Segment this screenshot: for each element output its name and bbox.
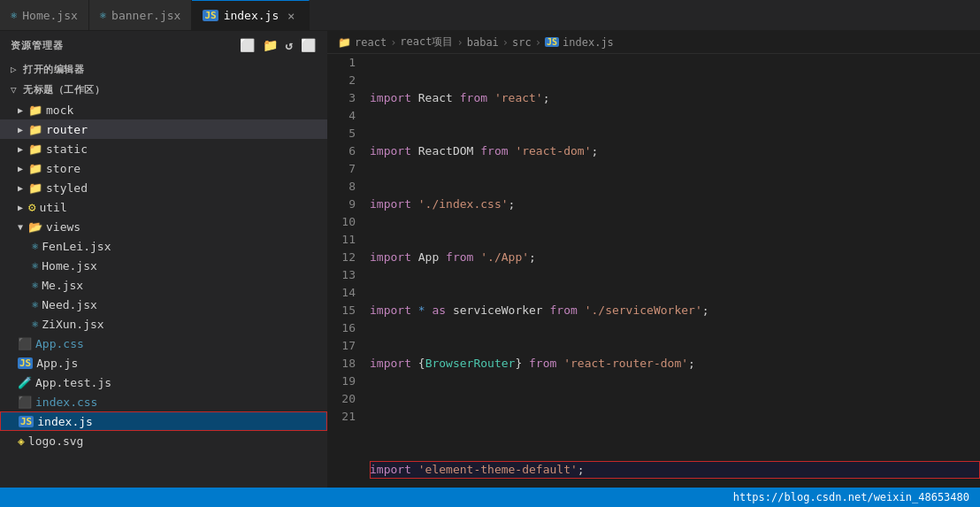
react-icon: ⚛ — [32, 240, 38, 252]
editor-content[interactable]: 12345 678910 1112131415 1617181920 21 im… — [327, 54, 980, 488]
sidebar-item-util[interactable]: ▶ ⚙ util — [0, 197, 327, 217]
code-line-4: import App from './App'; — [370, 249, 980, 266]
sidebar-title: 资源管理器 — [11, 39, 64, 52]
sidebar-item-store[interactable]: ▶ 📁 store — [0, 158, 327, 178]
folder-open-icon: 📂 — [28, 220, 42, 234]
sidebar-item-logo-svg[interactable]: ◈ logo.svg — [0, 431, 327, 450]
tab-bar: ⚛ Home.jsx ⚛ banner.jsx JS index.js × — [0, 0, 980, 31]
chevron-right-icon: ▶ — [18, 203, 23, 212]
refresh-icon[interactable]: ↺ — [286, 38, 294, 52]
chevron-right-icon: ▶ — [18, 144, 23, 154]
sidebar-item-router[interactable]: ▶ 📁 router — [0, 119, 327, 139]
folder-icon: 📁 — [28, 142, 42, 156]
sidebar-header-icons: ⬜ 📁 ↺ ⬜ — [240, 38, 317, 52]
chevron-right-icon: ▶ — [18, 105, 23, 115]
code-line-1: import React from 'react'; — [370, 89, 980, 107]
sidebar-item-app-css[interactable]: ⬛ App.css — [0, 334, 327, 353]
code-line-2: import ReactDOM from 'react-dom'; — [370, 142, 980, 160]
sidebar: 资源管理器 ⬜ 📁 ↺ ⬜ ▷ 打开的编辑器 ▽ 无标题（工作区） ▶ 📁 mo… — [0, 31, 327, 488]
breadcrumb-folder-icon: 📁 — [338, 36, 351, 49]
folder-icon: 📁 — [28, 162, 42, 175]
editor-area: 📁 react › react项目 › babai › src › JS ind… — [327, 31, 980, 488]
react-icon: ⚛ — [32, 298, 38, 311]
sidebar-item-mock[interactable]: ▶ 📁 mock — [0, 100, 327, 119]
css-icon: ⬛ — [18, 337, 32, 350]
code-line-3: import './index.css'; — [370, 196, 980, 213]
sidebar-item-home[interactable]: ⚛ Home.jsx — [0, 256, 327, 275]
svg-icon: ◈ — [18, 434, 25, 448]
tab-label: Home.jsx — [22, 9, 78, 22]
chevron-right-icon: ▶ — [18, 164, 23, 173]
breadcrumb-js-icon: JS — [545, 37, 559, 47]
folder-icon: 📁 — [28, 123, 42, 136]
css-icon: ⬛ — [18, 396, 32, 409]
sidebar-item-app-js[interactable]: JS App.js — [0, 353, 327, 373]
tab-banner-jsx[interactable]: ⚛ banner.jsx — [89, 0, 193, 30]
code-editor[interactable]: import React from 'react'; import ReactD… — [363, 54, 980, 488]
main-area: 资源管理器 ⬜ 📁 ↺ ⬜ ▷ 打开的编辑器 ▽ 无标题（工作区） ▶ 📁 mo… — [0, 31, 980, 488]
sidebar-item-index-css[interactable]: ⬛ index.css — [0, 392, 327, 411]
js-icon: JS — [19, 416, 34, 427]
gear-icon: ⚙ — [28, 200, 35, 214]
section-workspace: ▽ 无标题（工作区） — [0, 80, 327, 100]
sidebar-item-app-test[interactable]: 🧪 App.test.js — [0, 373, 327, 392]
sidebar-item-need[interactable]: ⚛ Need.jsx — [0, 295, 327, 314]
tab-label: index.js — [224, 9, 279, 22]
folder-icon: 📁 — [28, 104, 42, 117]
tab-label: banner.jsx — [111, 9, 180, 22]
new-file-icon[interactable]: ⬜ — [240, 38, 256, 52]
code-line-7 — [370, 408, 980, 426]
tab-close-button[interactable]: × — [284, 9, 298, 23]
sidebar-item-styled[interactable]: ▶ 📁 styled — [0, 178, 327, 197]
sidebar-item-index-js[interactable]: JS index.js — [0, 411, 327, 431]
sidebar-item-views[interactable]: ▼ 📂 views — [0, 217, 327, 236]
folder-icon: 📁 — [28, 181, 42, 195]
chevron-down-icon: ▼ — [18, 222, 23, 232]
tab-index-js[interactable]: JS index.js × — [192, 0, 310, 30]
react-icon: ⚛ — [32, 279, 38, 291]
sidebar-item-zixun[interactable]: ⚛ ZiXun.jsx — [0, 314, 327, 334]
sidebar-item-static[interactable]: ▶ 📁 static — [0, 139, 327, 158]
react-icon: ⚛ — [32, 259, 38, 272]
status-text: https://blog.csdn.net/weixin_48653480 — [733, 491, 969, 503]
sidebar-header: 资源管理器 ⬜ 📁 ↺ ⬜ — [0, 31, 327, 59]
status-bar: https://blog.csdn.net/weixin_48653480 — [0, 488, 980, 507]
new-folder-icon[interactable]: 📁 — [263, 38, 279, 52]
sidebar-item-me[interactable]: ⚛ Me.jsx — [0, 275, 327, 295]
react-icon: ⚛ — [32, 318, 38, 330]
breadcrumb: 📁 react › react项目 › babai › src › JS ind… — [327, 31, 980, 54]
react-icon: ⚛ — [100, 9, 106, 21]
sidebar-item-fenlei[interactable]: ⚛ FenLei.jsx — [0, 236, 327, 256]
code-line-5: import * as serviceWorker from './servic… — [370, 302, 980, 319]
jest-icon: 🧪 — [18, 376, 32, 389]
section-open-editors: ▷ 打开的编辑器 — [0, 59, 327, 80]
react-icon: ⚛ — [11, 9, 17, 21]
chevron-right-icon: ▶ — [18, 125, 23, 134]
collapse-icon[interactable]: ⬜ — [301, 38, 317, 52]
code-line-8: import 'element-theme-default'; — [370, 461, 980, 479]
js-icon: JS — [203, 10, 218, 21]
code-line-6: import {BrowserRouter} from 'react-route… — [370, 355, 980, 373]
line-numbers: 12345 678910 1112131415 1617181920 21 — [327, 54, 363, 488]
js-icon: JS — [18, 357, 33, 369]
tab-home-jsx[interactable]: ⚛ Home.jsx — [0, 0, 89, 30]
chevron-right-icon: ▶ — [18, 183, 23, 193]
